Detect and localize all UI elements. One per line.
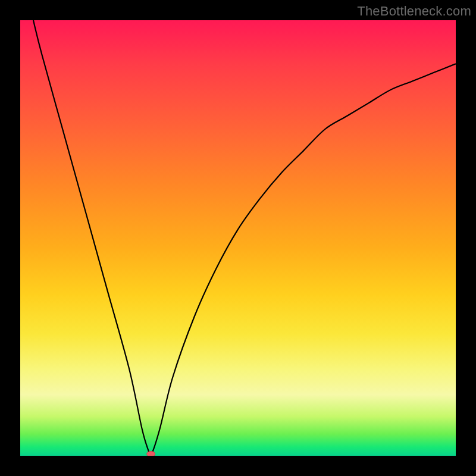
min-marker <box>147 452 155 456</box>
chart-frame: TheBottleneck.com <box>0 0 476 476</box>
curve-layer <box>20 20 456 456</box>
bottleneck-curve <box>33 20 456 456</box>
plot-area <box>20 20 456 456</box>
watermark-text: TheBottleneck.com <box>357 4 471 19</box>
